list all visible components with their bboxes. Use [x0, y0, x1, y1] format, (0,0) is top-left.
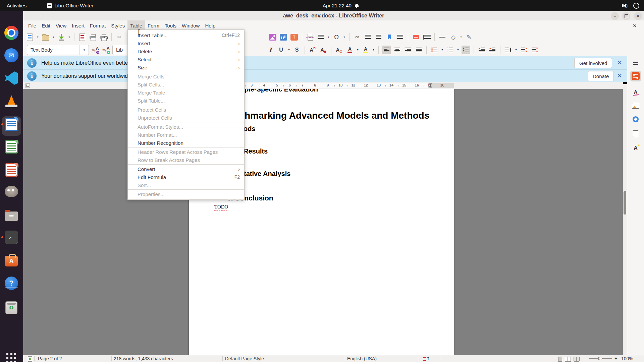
- dock-item-vlc[interactable]: [4, 93, 19, 109]
- increase-paragraph-spacing-button[interactable]: [520, 46, 528, 54]
- highlight-color-button[interactable]: A: [361, 46, 370, 54]
- sidebar-tab-navigator[interactable]: [630, 114, 641, 125]
- close-window-button[interactable]: ✕: [634, 12, 642, 20]
- close-infobar-icon[interactable]: ✕: [617, 59, 622, 66]
- menu-item-delete[interactable]: Delete›: [128, 47, 244, 55]
- combo-dropdown-icon[interactable]: ▾: [79, 45, 89, 55]
- align-right-button[interactable]: [404, 46, 412, 54]
- line-spacing-dropdown[interactable]: ▾: [515, 48, 518, 51]
- print-button[interactable]: [89, 33, 97, 42]
- print-preview-button[interactable]: [99, 33, 108, 42]
- zoom-in-button[interactable]: +: [614, 355, 618, 361]
- vertical-scrollbar[interactable]: [623, 84, 627, 355]
- menu-item-size[interactable]: Size›: [128, 63, 244, 71]
- insert-special-character-button[interactable]: Ω: [332, 33, 341, 42]
- underline-dropdown[interactable]: ▾: [287, 48, 290, 51]
- zoom-level[interactable]: 100%: [621, 356, 633, 361]
- sidebar-tab-style-inspector[interactable]: A: [630, 143, 641, 154]
- menu-item-select[interactable]: Select›: [128, 55, 244, 63]
- superscript-button[interactable]: AB: [308, 46, 317, 54]
- italic-button[interactable]: I: [266, 46, 275, 54]
- maximize-button[interactable]: [622, 12, 630, 20]
- insert-comment-button[interactable]: [412, 33, 420, 42]
- zoom-out-button[interactable]: –: [584, 356, 587, 361]
- menubar-item-insert[interactable]: Insert: [69, 20, 87, 31]
- insert-cross-reference-button[interactable]: [396, 33, 405, 42]
- dock-item-thunderbird[interactable]: ✉: [4, 48, 19, 63]
- unordered-list-dropdown[interactable]: ▾: [441, 48, 444, 51]
- subscript-button[interactable]: AB: [319, 46, 328, 54]
- dock-item-ubuntu-software[interactable]: A: [4, 252, 19, 268]
- word-count[interactable]: 218 words, 1,433 characters: [114, 356, 173, 361]
- basic-shapes-button[interactable]: ◇: [449, 33, 458, 42]
- dock-item-libreoffice-writer[interactable]: [4, 117, 19, 132]
- no-list-button[interactable]: [462, 46, 470, 54]
- menubar-item-format[interactable]: Format: [87, 20, 109, 31]
- get-involved-button[interactable]: Get involved: [574, 58, 612, 68]
- insert-chart-button[interactable]: [279, 33, 288, 42]
- insert-page-break-button[interactable]: [306, 33, 314, 42]
- activities-button[interactable]: Activities: [7, 3, 26, 8]
- increase-indent-button[interactable]: [477, 46, 486, 54]
- underline-button[interactable]: U: [277, 46, 285, 54]
- special-character-dropdown[interactable]: ▾: [343, 36, 346, 39]
- focused-app-indicator[interactable]: LibreOffice Writer: [47, 3, 93, 8]
- page-style[interactable]: Default Page Style: [225, 356, 264, 361]
- insert-hyperlink-button[interactable]: ∞: [353, 33, 362, 42]
- text-language[interactable]: English (USA): [347, 356, 377, 361]
- menubar-item-view[interactable]: View: [53, 20, 69, 31]
- insert-endnote-button[interactable]: [374, 33, 383, 42]
- clone-formatting-button[interactable]: ✎A⊘: [91, 46, 100, 54]
- font-color-button[interactable]: A: [345, 46, 354, 54]
- insert-image-button[interactable]: [268, 33, 277, 42]
- open-button[interactable]: [41, 33, 50, 42]
- clear-formatting-button[interactable]: A⊘: [335, 46, 343, 54]
- right-indent-marker[interactable]: [428, 85, 432, 87]
- system-tray[interactable]: ): [622, 0, 639, 11]
- menubar-item-edit[interactable]: Edit: [39, 20, 53, 31]
- insert-field-dropdown[interactable]: ▾: [327, 36, 330, 39]
- dock-item-terminal[interactable]: >_: [4, 230, 19, 245]
- page-count[interactable]: Page 2 of 2: [38, 356, 62, 361]
- insert-text-box-button[interactable]: T: [290, 33, 299, 42]
- paragraph-style-combo[interactable]: Text Body ▾: [27, 45, 89, 55]
- dock-item-google-chrome[interactable]: [4, 25, 19, 41]
- save-status-icon[interactable]: [28, 356, 32, 362]
- sidebar-tab-properties[interactable]: [630, 71, 641, 81]
- single-page-view-button[interactable]: [558, 357, 562, 362]
- strikethrough-button[interactable]: S: [292, 46, 301, 54]
- new-style-button[interactable]: ✎A+: [102, 46, 110, 54]
- dock-item-libreoffice-calc[interactable]: [4, 139, 19, 155]
- dock-item-help[interactable]: ?: [4, 276, 19, 291]
- font-color-dropdown[interactable]: ▾: [356, 48, 359, 51]
- menu-item-insert-table[interactable]: Insert Table...Ctrl+F12: [128, 31, 244, 39]
- menubar-item-file[interactable]: File: [25, 20, 39, 31]
- tab-stop-selector[interactable]: [25, 83, 30, 88]
- ordered-list-dropdown[interactable]: ▾: [457, 48, 460, 51]
- unordered-list-button[interactable]: [430, 46, 439, 54]
- book-view-button[interactable]: [574, 357, 580, 362]
- open-dropdown[interactable]: ▾: [52, 36, 55, 39]
- donate-button[interactable]: Donate: [588, 71, 614, 81]
- zoom-slider-knob[interactable]: [599, 357, 602, 360]
- sidebar-tab-page[interactable]: [630, 128, 641, 139]
- sidebar-settings-button[interactable]: [630, 57, 641, 68]
- new-document-button[interactable]: [25, 33, 34, 42]
- horizontal-ruler[interactable]: 3456789101112131415161718: [23, 82, 623, 89]
- minimize-button[interactable]: –: [611, 12, 619, 20]
- close-document-button[interactable]: ✕: [633, 23, 637, 29]
- insert-field-button[interactable]: [316, 33, 325, 42]
- line-spacing-button[interactable]: [504, 46, 513, 54]
- document-area[interactable]: [23, 89, 623, 355]
- selection-mode-indicator[interactable]: I: [423, 357, 429, 361]
- decrease-paragraph-spacing-button[interactable]: [530, 46, 539, 54]
- menu-item-insert[interactable]: Insert›: [128, 39, 244, 47]
- menu-item-number-recognition[interactable]: Number Recognition: [128, 139, 244, 147]
- dock-item-trash[interactable]: ♻: [4, 300, 19, 315]
- close-infobar-icon[interactable]: ✕: [617, 72, 622, 79]
- dock-item-gimp[interactable]: [4, 184, 19, 199]
- menu-item-edit-formula[interactable]: Edit FormulaF2: [128, 173, 244, 181]
- sidebar-tab-styles[interactable]: A: [630, 87, 641, 98]
- menu-item-convert[interactable]: Convert›: [128, 165, 244, 173]
- track-changes-button[interactable]: [422, 33, 431, 42]
